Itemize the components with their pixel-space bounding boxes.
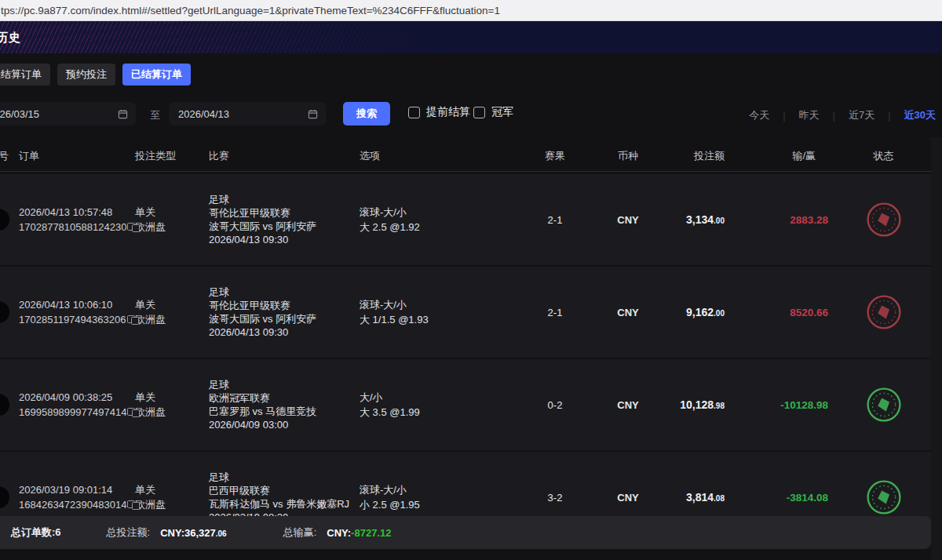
checkbox-icon[interactable] [473,107,485,118]
col-header-no: 单号 [0,149,9,163]
tab-settled-orders[interactable]: 已结算订单 [122,64,191,85]
col-header-currency: 币种 [597,149,659,163]
currency: CNY [597,399,659,411]
sport: 足球 [209,193,360,206]
bet-type: 单关 [135,482,209,497]
orders-table-body: 2026/04/13 10:57:48 1702877810588124230 … [0,174,931,544]
pick: 小 2.5 @1.95 [360,497,513,512]
bet-type: 单关 [135,205,209,220]
page-title: 历史 [0,30,21,45]
browser-url-bar[interactable]: tps://pc.9a877.com/index.html#/settled?g… [0,0,942,21]
date-to-input[interactable]: 2026/04/13 [169,102,326,125]
col-header-match: 比赛 [209,149,360,163]
table-header-divider [0,171,931,172]
order-id: 1684263472390483014 [19,499,126,511]
tab-unsettled-orders[interactable]: 未结算订单 [0,64,50,85]
total-orders-count: 总订单数:6 [11,525,61,540]
quick-range-links: 今天 | 昨天 | 近7天 | 近30天 [736,108,936,122]
match-time: 2026/04/09 03:00 [209,418,360,431]
scrollbar-track[interactable] [931,137,942,560]
order-id: 1702877810588124230 [19,221,126,233]
win-stamp-icon [866,202,902,238]
league: 巴西甲级联赛 [209,484,360,497]
stake-amount: 10,128.98 [659,398,734,411]
winloss-value: -10128.98 [734,399,836,411]
pick: 大 2.5 @1.92 [360,220,513,235]
date-from-input[interactable]: 2026/03/15 [0,102,136,125]
total-winloss-value: CNY:-8727.12 [327,527,391,539]
bet-type: 单关 [135,297,209,312]
stake-amount: 3,814.08 [659,491,734,504]
odds-type: 欧洲盘 [135,220,209,235]
col-header-result: 赛果 [513,149,597,163]
app-header: 历史 [0,21,942,53]
table-row[interactable]: 2026/04/09 00:38:25 1699589899977497414 … [0,359,931,450]
market: 大/小 [360,390,513,405]
table-row[interactable]: 2026/04/13 10:57:48 1702877810588124230 … [0,174,931,265]
url-text[interactable]: tps://pc.9a877.com/index.html#/settled?g… [0,5,500,16]
expand-circle[interactable] [0,209,9,231]
expand-circle[interactable] [0,486,9,508]
stake-amount: 9,162.00 [659,306,734,318]
winloss-value: 8520.66 [734,307,836,318]
early-settlement-label: 提前结算 [426,105,470,119]
winloss-value: 2883.28 [734,214,836,226]
order-id: 1699589899977497414 [19,406,126,418]
date-to-value: 2026/04/13 [178,108,229,120]
quick-link-30days[interactable]: 近30天 [891,108,936,122]
date-from-value: 2026/03/15 [0,108,39,120]
total-winloss-label: 总输赢: [283,525,317,540]
teams: 波哥大国际 vs 阿利安萨 [209,220,360,233]
checkbox-icon[interactable] [408,107,420,118]
copy-icon[interactable] [131,315,135,325]
calendar-icon[interactable] [118,109,128,119]
col-header-winloss: 输/赢 [734,149,836,163]
early-settlement-checkbox[interactable]: 提前结算 [408,105,470,119]
currency: CNY [597,214,659,226]
summary-bar: 总订单数:6 总投注额: CNY:36,327.06 总输赢: CNY:-872… [0,516,931,549]
bet-type: 单关 [135,390,209,405]
teams: 瓦斯科达伽马 vs 弗鲁米嫩塞RJ [209,497,360,511]
search-button[interactable]: 搜索 [343,102,390,125]
copy-icon[interactable] [132,223,135,232]
pick: 大 3.5 @1.99 [360,405,513,420]
calendar-icon[interactable] [308,109,318,119]
quick-link-yesterday[interactable]: 昨天 [786,108,833,122]
teams: 巴塞罗那 vs 马德里竞技 [209,405,360,418]
sport: 足球 [209,285,360,299]
league: 哥伦比亚甲级联赛 [209,206,360,220]
odds-type: 欧洲盘 [135,405,209,420]
copy-icon[interactable] [132,408,135,417]
date-range-to-label: 至 [150,108,160,122]
expand-circle[interactable] [0,301,9,323]
order-id: 1702851197494363206 [19,314,126,325]
score: 2-1 [513,214,597,226]
header-stripe-fade [0,21,471,53]
teams: 波哥大国际 vs 阿利安萨 [209,312,360,325]
stake-amount: 3,134.00 [659,213,734,226]
score: 0-2 [513,399,597,411]
order-time: 2026/03/19 09:01:14 [19,484,135,496]
col-header-order: 订单 [19,149,135,163]
quick-link-today[interactable]: 今天 [736,108,783,122]
tab-reserved-bets[interactable]: 预约投注 [57,64,115,85]
col-header-status: 状态 [836,149,931,163]
order-tabs: 未结算订单 预约投注 已结算订单 [0,64,191,85]
copy-icon[interactable] [132,500,135,510]
market: 滚球-大/小 [360,205,513,220]
col-header-option: 选项 [360,149,513,163]
score: 3-2 [513,492,597,504]
app-screen: tps://pc.9a877.com/index.html#/settled?g… [0,0,942,560]
quick-link-7days[interactable]: 近7天 [835,108,888,122]
sport: 足球 [209,471,360,484]
order-time: 2026/04/09 00:38:25 [19,391,135,403]
league: 哥伦比亚甲级联赛 [209,299,360,312]
champion-label: 冠军 [491,105,513,119]
table-row[interactable]: 2026/04/13 10:06:10 1702851197494363206 … [0,267,931,358]
champion-checkbox[interactable]: 冠军 [473,105,513,119]
win-stamp-icon [866,294,902,330]
market: 滚球-大/小 [360,297,513,312]
table-header: 单号 订单 投注类型 比赛 选项 赛果 币种 投注额 输/赢 状态 [0,141,931,171]
expand-circle[interactable] [0,394,9,416]
col-header-bet-type: 投注类型 [135,149,209,163]
